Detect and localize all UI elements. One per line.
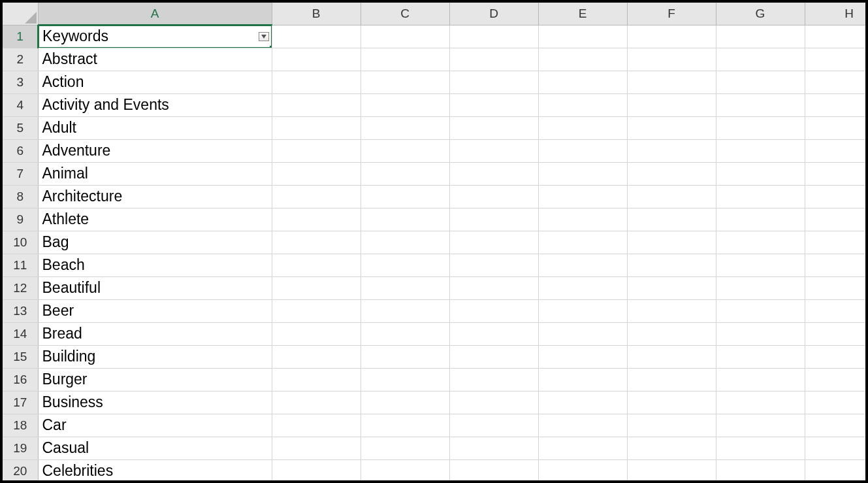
cell-B13[interactable]: [272, 299, 361, 322]
row-header-20[interactable]: 20: [3, 459, 38, 482]
cell-B12[interactable]: [272, 276, 361, 299]
cell-D16[interactable]: [449, 368, 538, 391]
cell-D3[interactable]: [449, 71, 538, 93]
cell-A2[interactable]: Abstract: [38, 48, 272, 71]
select-all-corner[interactable]: [3, 3, 38, 25]
row-header-7[interactable]: 7: [3, 162, 38, 185]
cell-D17[interactable]: [449, 391, 538, 414]
row-header-11[interactable]: 11: [3, 254, 38, 276]
column-header-D[interactable]: D: [449, 3, 538, 25]
cell-E4[interactable]: [538, 93, 627, 116]
column-header-F[interactable]: F: [627, 3, 716, 25]
cell-C12[interactable]: [361, 276, 449, 299]
cell-B8[interactable]: [272, 185, 361, 208]
cell-B11[interactable]: [272, 254, 361, 276]
cell-C10[interactable]: [361, 231, 449, 254]
cell-H2[interactable]: [805, 48, 868, 71]
cell-E18[interactable]: [538, 414, 627, 437]
cell-G7[interactable]: [716, 162, 805, 185]
cell-F8[interactable]: [627, 185, 716, 208]
cell-A15[interactable]: Building: [38, 345, 272, 368]
cell-C8[interactable]: [361, 185, 449, 208]
cell-C4[interactable]: [361, 93, 449, 116]
cell-C14[interactable]: [361, 322, 449, 345]
fill-handle[interactable]: [270, 46, 272, 48]
cell-F6[interactable]: [627, 139, 716, 162]
cell-D10[interactable]: [449, 231, 538, 254]
cell-C3[interactable]: [361, 71, 449, 93]
cell-D15[interactable]: [449, 345, 538, 368]
cell-D19[interactable]: [449, 437, 538, 459]
cell-F12[interactable]: [627, 276, 716, 299]
cell-G16[interactable]: [716, 368, 805, 391]
cell-H19[interactable]: [805, 437, 868, 459]
cell-D5[interactable]: [449, 116, 538, 139]
cell-F9[interactable]: [627, 208, 716, 231]
row-header-12[interactable]: 12: [3, 276, 38, 299]
cell-D8[interactable]: [449, 185, 538, 208]
cell-G18[interactable]: [716, 414, 805, 437]
cell-A6[interactable]: Adventure: [38, 139, 272, 162]
cell-C20[interactable]: [361, 459, 449, 482]
cell-A11[interactable]: Beach: [38, 254, 272, 276]
cell-A5[interactable]: Adult: [38, 116, 272, 139]
cell-H4[interactable]: [805, 93, 868, 116]
cell-F4[interactable]: [627, 93, 716, 116]
cell-C16[interactable]: [361, 368, 449, 391]
cell-E14[interactable]: [538, 322, 627, 345]
cell-G10[interactable]: [716, 231, 805, 254]
column-header-C[interactable]: C: [361, 3, 449, 25]
row-header-3[interactable]: 3: [3, 71, 38, 93]
cell-F16[interactable]: [627, 368, 716, 391]
row-header-14[interactable]: 14: [3, 322, 38, 345]
cell-A18[interactable]: Car: [38, 414, 272, 437]
cell-B6[interactable]: [272, 139, 361, 162]
cell-E1[interactable]: [538, 25, 627, 48]
column-header-G[interactable]: G: [716, 3, 805, 25]
cell-H5[interactable]: [805, 116, 868, 139]
cell-E13[interactable]: [538, 299, 627, 322]
cell-E15[interactable]: [538, 345, 627, 368]
cell-B16[interactable]: [272, 368, 361, 391]
cell-E6[interactable]: [538, 139, 627, 162]
cell-A4[interactable]: Activity and Events: [38, 93, 272, 116]
cell-F11[interactable]: [627, 254, 716, 276]
cell-B18[interactable]: [272, 414, 361, 437]
cell-C18[interactable]: [361, 414, 449, 437]
cell-A19[interactable]: Casual: [38, 437, 272, 459]
cell-H7[interactable]: [805, 162, 868, 185]
cell-F15[interactable]: [627, 345, 716, 368]
cell-G17[interactable]: [716, 391, 805, 414]
cell-E19[interactable]: [538, 437, 627, 459]
cell-C6[interactable]: [361, 139, 449, 162]
cell-D2[interactable]: [449, 48, 538, 71]
row-header-18[interactable]: 18: [3, 414, 38, 437]
cell-A14[interactable]: Bread: [38, 322, 272, 345]
row-header-17[interactable]: 17: [3, 391, 38, 414]
column-header-A[interactable]: A: [38, 3, 272, 25]
cell-C9[interactable]: [361, 208, 449, 231]
cell-H3[interactable]: [805, 71, 868, 93]
cell-C13[interactable]: [361, 299, 449, 322]
cell-A3[interactable]: Action: [38, 71, 272, 93]
cell-B20[interactable]: [272, 459, 361, 482]
cell-E16[interactable]: [538, 368, 627, 391]
cell-D1[interactable]: [449, 25, 538, 48]
cell-A8[interactable]: Architecture: [38, 185, 272, 208]
cell-E20[interactable]: [538, 459, 627, 482]
cell-G8[interactable]: [716, 185, 805, 208]
cell-D18[interactable]: [449, 414, 538, 437]
cell-E3[interactable]: [538, 71, 627, 93]
cell-E11[interactable]: [538, 254, 627, 276]
cell-H17[interactable]: [805, 391, 868, 414]
cell-G20[interactable]: [716, 459, 805, 482]
cell-C17[interactable]: [361, 391, 449, 414]
cell-H14[interactable]: [805, 322, 868, 345]
row-header-4[interactable]: 4: [3, 93, 38, 116]
row-header-16[interactable]: 16: [3, 368, 38, 391]
cell-G15[interactable]: [716, 345, 805, 368]
cell-H18[interactable]: [805, 414, 868, 437]
cell-B2[interactable]: [272, 48, 361, 71]
cell-B9[interactable]: [272, 208, 361, 231]
cell-F17[interactable]: [627, 391, 716, 414]
